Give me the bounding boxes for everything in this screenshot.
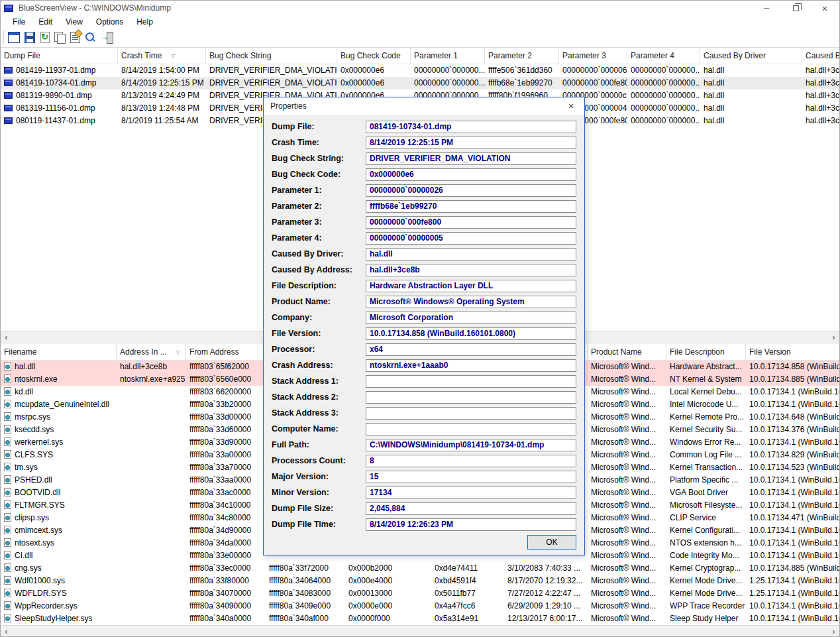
field-value-caused-by-driver[interactable]: hal.dll [366, 248, 576, 261]
field-value-major-version[interactable]: 15 [366, 471, 576, 483]
table-row[interactable]: WDFLDR.SYSfffff80a`34070000fffff80a`3408… [1, 587, 839, 600]
column-header-bug-check-code[interactable]: Bug Check Code [337, 48, 411, 64]
cell-file-version: 10.0.17134.1 (WinBuild.160 [746, 474, 839, 487]
dump-file-icon [4, 92, 13, 99]
scroll-right-icon[interactable]: › [828, 331, 839, 342]
column-header-from-address[interactable]: From Address [186, 344, 266, 360]
column-header-parameter-4[interactable]: Parameter 4 [627, 48, 700, 64]
field-value-parameter-4[interactable]: 00000000`00000005 [366, 232, 576, 245]
exit-icon[interactable] [100, 32, 113, 43]
menu-edit[interactable]: Edit [32, 15, 59, 29]
column-header-parameter-1[interactable]: Parameter 1 [411, 48, 485, 64]
table-row[interactable]: 081419-10734-01.dmp8/14/2019 12:25:15 PM… [1, 77, 839, 89]
field-value-product-name[interactable]: Microsoft® Windows® Operating System [366, 296, 576, 308]
properties-icon[interactable] [70, 32, 80, 43]
column-header-parameter-3[interactable]: Parameter 3 [559, 48, 627, 64]
driver-file-icon [4, 601, 11, 610]
field-label-caused-by-driver: Caused By Driver: [272, 249, 366, 259]
field-value-stack-address-1[interactable] [366, 375, 576, 388]
cell-product-name: Microsoft® Wind... [588, 461, 666, 474]
menu-view[interactable]: View [59, 15, 89, 29]
cell-file-version: 10.0.17134.858 (WinBuild.1 [746, 361, 839, 373]
menu-options[interactable]: Options [89, 15, 130, 29]
field-value-crash-time[interactable]: 8/14/2019 12:25:15 PM [366, 137, 576, 149]
column-header-filename[interactable]: Filename [1, 344, 117, 360]
column-header-product-name[interactable]: Product Name [588, 344, 666, 360]
field-value-processors-count[interactable]: 8 [366, 455, 576, 467]
dialog-close-icon[interactable]: × [564, 101, 578, 111]
field-value-bug-check-string[interactable]: DRIVER_VERIFIER_DMA_VIOLATION [366, 152, 576, 165]
restore-button-icon[interactable] [781, 1, 810, 15]
field-value-minor-version[interactable]: 17134 [366, 487, 576, 499]
cell-parameter-2: ffffb68e`1eb99270 [485, 77, 559, 89]
field-value-processor[interactable]: x64 [366, 343, 576, 356]
menu-help[interactable]: Help [130, 15, 160, 29]
cell-crash-time: 8/14/2019 12:25:15 PM [118, 77, 206, 89]
dump-file-icon [4, 67, 13, 74]
cell-file-version: 10.0.17134.1 (WinBuild.160 [746, 386, 839, 398]
cell-size: 0x000e4000 [345, 575, 431, 587]
app-icon [4, 5, 13, 12]
properties-dialog: Properties × Dump File:081419-10734-01.d… [263, 97, 585, 555]
column-header-caused-by-driver[interactable]: Caused By Driver [700, 48, 802, 64]
field-value-crash-address[interactable]: ntoskrnl.exe+1aaab0 [366, 359, 576, 372]
save-icon[interactable] [25, 32, 35, 43]
lower-horizontal-scrollbar[interactable]: ‹ › [1, 625, 839, 636]
cell-product-name: Microsoft® Wind... [588, 474, 666, 487]
cell-address-in [117, 386, 186, 398]
open-report-icon[interactable] [8, 32, 20, 43]
field-value-stack-address-2[interactable] [366, 391, 576, 404]
refresh-icon[interactable] [40, 32, 50, 43]
field-value-dump-file-size[interactable]: 2,045,884 [366, 502, 576, 515]
cell-address-in [117, 537, 186, 550]
field-value-dump-file[interactable]: 081419-10734-01.dmp [366, 121, 576, 133]
field-value-computer-name[interactable] [366, 423, 576, 435]
minimize-button-icon[interactable]: ─ [752, 1, 781, 15]
cell-from-address: fffff80a`33d00000 [186, 411, 266, 424]
dialog-title-bar[interactable]: Properties × [264, 97, 584, 115]
table-row[interactable]: Wdf01000.sysfffff80a`33f80000fffff80a`34… [1, 575, 839, 587]
column-header-caused-by[interactable]: Caused By [802, 48, 839, 64]
field-label-company: Company: [272, 313, 366, 322]
field-value-full-path[interactable]: C:\WINDOWS\Minidump\081419-10734-01.dmp [366, 439, 576, 451]
driver-file-icon [4, 576, 11, 585]
field-value-company[interactable]: Microsoft Corporation [366, 312, 576, 324]
column-header-dump-file[interactable]: Dump File [1, 48, 118, 64]
column-header-file-version[interactable]: File Version [746, 344, 839, 360]
column-header-bug-check-string[interactable]: Bug Check String [206, 48, 337, 64]
table-row[interactable]: WppRecorder.sysfffff80a`34090000fffff80a… [1, 600, 839, 612]
cell-address-in [117, 499, 186, 512]
ok-button[interactable]: OK [527, 535, 576, 550]
table-row[interactable]: cng.sysfffff80a`33ec0000fffff80a`33f7200… [1, 562, 839, 575]
field-value-file-version[interactable]: 10.0.17134.858 (WinBuild.160101.0800) [366, 327, 576, 340]
table-row[interactable]: SleepStudyHelper.sysfffff80a`340a0000fff… [1, 612, 839, 625]
field-value-dump-file-time[interactable]: 8/14/2019 12:26:23 PM [366, 518, 576, 531]
cell-address-in [117, 487, 186, 499]
window-title: BlueScreenView - C:\WINDOWS\Minidump [19, 3, 171, 13]
column-header-file-description[interactable]: File Description [666, 344, 746, 360]
field-value-file-description[interactable]: Hardware Abstraction Layer DLL [366, 280, 576, 292]
scroll-right-icon[interactable]: › [828, 626, 839, 636]
field-value-parameter-1[interactable]: 00000000`00000026 [366, 184, 576, 197]
table-row[interactable]: 081419-11937-01.dmp8/14/2019 1:54:00 PMD… [1, 64, 839, 77]
copy-icon[interactable] [54, 32, 66, 43]
menu-file[interactable]: File [6, 15, 32, 29]
scroll-left-icon[interactable]: ‹ [1, 626, 12, 636]
find-icon[interactable] [84, 32, 96, 43]
dump-file-icon [4, 117, 13, 124]
scroll-left-icon[interactable]: ‹ [1, 331, 12, 342]
cell-filename: WDFLDR.SYS [1, 587, 117, 600]
cell-parameter-3: 00000000`000fe800 [559, 77, 627, 89]
field-value-stack-address-3[interactable] [366, 407, 576, 420]
field-value-bug-check-code[interactable]: 0x000000e6 [366, 168, 576, 181]
field-value-caused-by-address[interactable]: hal.dll+3ce8b [366, 264, 576, 276]
driver-file-icon [4, 538, 11, 547]
column-header-crash-time[interactable]: Crash Time▽ [118, 48, 206, 64]
column-header-address-in[interactable]: Address In ...▽ [117, 344, 186, 360]
cell-from-address: fffff80a`34c10000 [186, 499, 266, 512]
column-header-parameter-2[interactable]: Parameter 2 [485, 48, 559, 64]
close-button-icon[interactable]: × [810, 1, 839, 15]
field-value-parameter-3[interactable]: 00000000`000fe800 [366, 216, 576, 229]
field-value-parameter-2[interactable]: ffffb68e`1eb99270 [366, 200, 576, 213]
dialog-field-row: Stack Address 2: [272, 389, 576, 405]
